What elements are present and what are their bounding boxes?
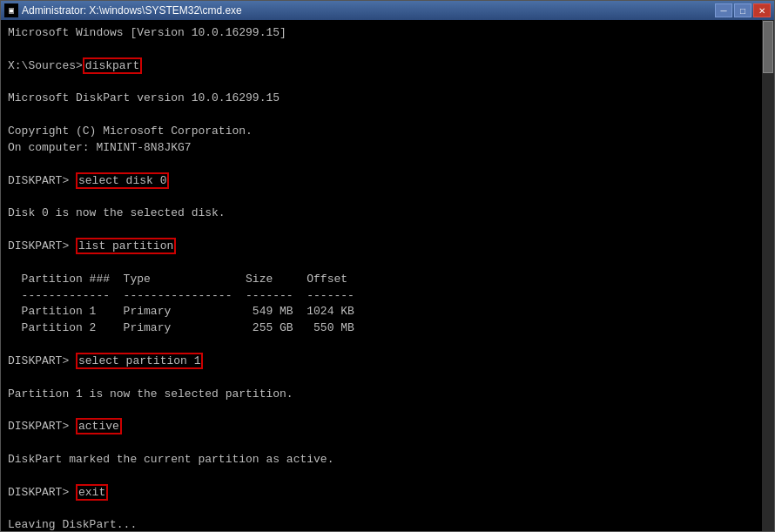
title-bar: ▣ Administrator: X:\windows\SYSTEM32\cmd… [1,1,774,20]
blank2 [8,75,767,91]
console-output[interactable]: Microsoft Windows [Version 10.0.16299.15… [1,20,774,531]
diskpart-prompt-line: X:\Sources>diskpart [8,58,767,75]
list-partition-line: DISKPART> list partition [8,239,767,255]
exit-line: DISKPART> exit [8,485,767,502]
select-disk-line: DISKPART> select disk 0 [8,173,767,190]
blank1 [8,42,767,58]
diskpart-command: diskpart [83,57,142,74]
title-bar-left: ▣ Administrator: X:\windows\SYSTEM32\cmd… [4,3,242,17]
leaving-line: Leaving DiskPart... [8,517,767,531]
exit-command: exit [76,484,108,501]
blank3 [8,107,767,124]
scrollbar[interactable] [762,20,774,531]
computer-line: On computer: MININT-8N8JKG7 [8,140,767,157]
active-command: active [76,418,122,434]
disk-selected-line: Disk 0 is now the selected disk. [8,205,767,222]
select-partition-command: select partition 1 [76,353,203,369]
partition2-row: Partition 2 Primary 255 GB 550 MB [8,320,767,337]
blank8 [8,337,767,354]
copyright-line: Copyright (C) Microsoft Corporation. [8,124,767,140]
table-separator: ------------- ---------------- ------- -… [8,288,767,305]
version-line: Microsoft Windows [Version 10.0.16299.15… [8,25,767,42]
maximize-button[interactable]: □ [734,3,751,17]
blank10 [8,402,767,419]
blank4 [8,157,767,173]
active-result-line: DiskPart marked the current partition as… [8,452,767,468]
list-partition-command: list partition [76,238,176,254]
diskpart-version: Microsoft DiskPart version 10.0.16299.15 [8,91,767,107]
blank13 [8,501,767,517]
blank11 [8,435,767,452]
partition1-row: Partition 1 Primary 549 MB 1024 KB [8,304,767,320]
table-header: Partition ### Type Size Offset [8,272,767,288]
blank12 [8,468,767,485]
active-line: DISKPART> active [8,419,767,435]
blank5 [8,189,767,205]
select-disk-command: select disk 0 [76,172,169,189]
cmd-window: ▣ Administrator: X:\windows\SYSTEM32\cmd… [0,0,775,532]
blank6 [8,222,767,239]
window-controls: ─ □ ✕ [715,3,771,17]
select-partition-line: DISKPART> select partition 1 [8,354,767,370]
cmd-icon: ▣ [4,3,18,17]
blank9 [8,370,767,387]
scrollbar-thumb[interactable] [763,21,773,73]
window-title: Administrator: X:\windows\SYSTEM32\cmd.e… [22,4,242,17]
minimize-button[interactable]: ─ [715,3,732,17]
blank7 [8,255,767,272]
close-button[interactable]: ✕ [753,3,771,17]
partition-selected-line: Partition 1 is now the selected partitio… [8,387,767,403]
